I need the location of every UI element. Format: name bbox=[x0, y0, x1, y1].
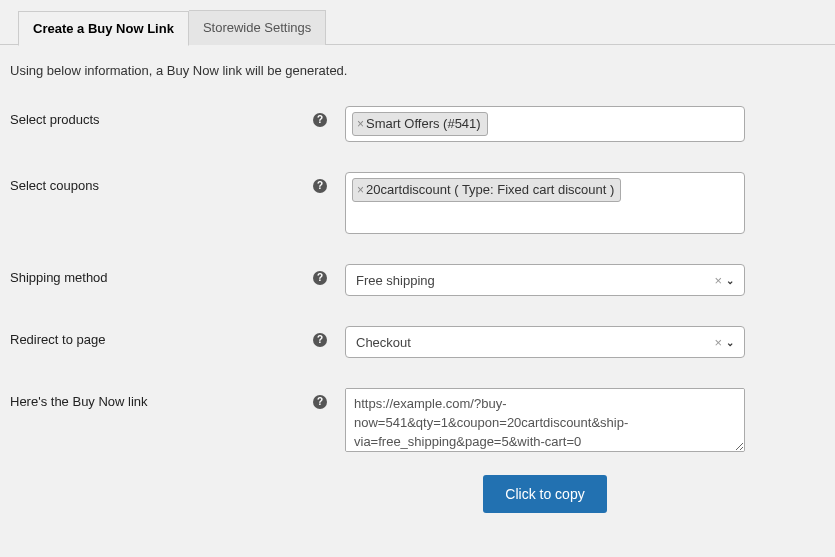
label-buy-now-link: Here's the Buy Now link bbox=[10, 394, 148, 409]
help-icon[interactable]: ? bbox=[313, 395, 327, 409]
shipping-select[interactable]: Free shipping × ⌄ bbox=[345, 264, 745, 296]
clear-icon[interactable]: × bbox=[714, 335, 722, 350]
label-select-products: Select products bbox=[10, 112, 100, 127]
tab-create-buy-now[interactable]: Create a Buy Now Link bbox=[18, 11, 189, 46]
close-icon[interactable]: × bbox=[357, 116, 364, 133]
coupon-tag-label: 20cartdiscount ( Type: Fixed cart discou… bbox=[366, 181, 614, 199]
generated-link-output[interactable] bbox=[345, 388, 745, 452]
copy-button[interactable]: Click to copy bbox=[483, 475, 606, 513]
label-select-coupons: Select coupons bbox=[10, 178, 99, 193]
clear-icon[interactable]: × bbox=[714, 273, 722, 288]
redirect-value: Checkout bbox=[356, 335, 411, 350]
help-icon[interactable]: ? bbox=[313, 179, 327, 193]
coupon-tag[interactable]: × 20cartdiscount ( Type: Fixed cart disc… bbox=[352, 178, 621, 202]
shipping-value: Free shipping bbox=[356, 273, 435, 288]
product-tag-label: Smart Offers (#541) bbox=[366, 115, 481, 133]
chevron-down-icon[interactable]: ⌄ bbox=[726, 275, 734, 286]
label-shipping-method: Shipping method bbox=[10, 270, 108, 285]
product-tag[interactable]: × Smart Offers (#541) bbox=[352, 112, 488, 136]
help-icon[interactable]: ? bbox=[313, 333, 327, 347]
help-icon[interactable]: ? bbox=[313, 113, 327, 127]
tab-storewide-settings[interactable]: Storewide Settings bbox=[189, 10, 326, 45]
intro-text: Using below information, a Buy Now link … bbox=[10, 63, 825, 78]
chevron-down-icon[interactable]: ⌄ bbox=[726, 337, 734, 348]
close-icon[interactable]: × bbox=[357, 182, 364, 199]
coupons-input[interactable]: × 20cartdiscount ( Type: Fixed cart disc… bbox=[345, 172, 745, 234]
products-input[interactable]: × Smart Offers (#541) bbox=[345, 106, 745, 142]
label-redirect-page: Redirect to page bbox=[10, 332, 105, 347]
help-icon[interactable]: ? bbox=[313, 271, 327, 285]
redirect-select[interactable]: Checkout × ⌄ bbox=[345, 326, 745, 358]
